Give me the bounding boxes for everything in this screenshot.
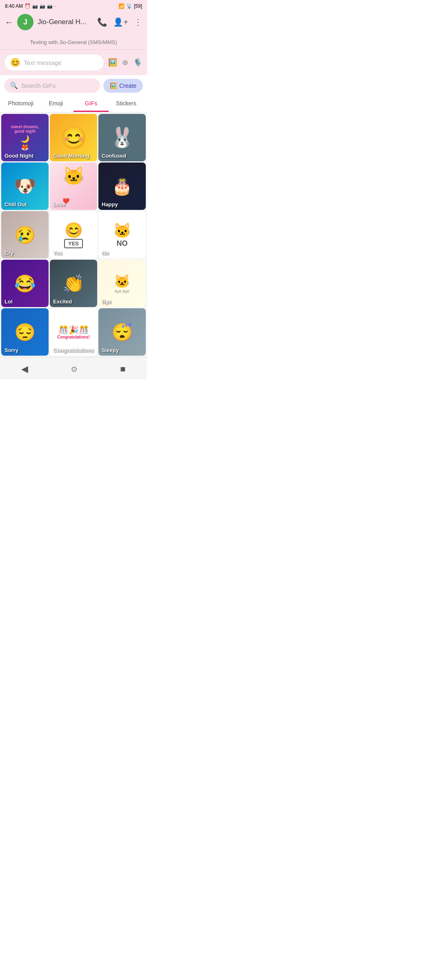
- gif-chill-out[interactable]: 🐶Chill Out: [1, 163, 49, 210]
- add-contact-icon[interactable]: 👤+: [113, 17, 128, 27]
- gif-label-chill-out: Chill Out: [4, 201, 27, 207]
- tab-photomoji[interactable]: Photomoji: [3, 96, 38, 112]
- nav-recent-button[interactable]: ■: [115, 362, 130, 376]
- time-label: 8:40 AM: [5, 3, 23, 9]
- gif-good-night[interactable]: sweet dreams,good night🌙🦊Good Night: [1, 114, 49, 161]
- nav-bar: ◀ ⊙ ■: [0, 357, 147, 379]
- gif-label-excited: Excited: [53, 298, 72, 305]
- message-input-wrap[interactable]: 😊 Text message: [4, 54, 104, 71]
- contact-name: Jio-General H...: [38, 18, 93, 26]
- create-icon: 🖼️: [110, 82, 117, 89]
- alarm-icon: ⏰: [24, 3, 31, 9]
- gif-good-morning[interactable]: 😊Good Morning: [50, 114, 97, 161]
- instagram-icon3: 📷: [47, 4, 53, 9]
- gif-label-sleepy: Sleepy: [102, 347, 119, 353]
- wifi-icon: 📡: [126, 3, 132, 9]
- app-bar-actions: 📞 👤+ ⋮: [97, 17, 142, 27]
- gif-cry[interactable]: 😢Cry: [1, 211, 49, 258]
- gif-confused[interactable]: 🐰Confused: [98, 114, 146, 161]
- gif-label-cry: Cry: [4, 250, 13, 256]
- app-bar: ← J Jio-General H... 📞 👤+ ⋮: [0, 11, 147, 35]
- gif-label-happy: Happy: [102, 201, 118, 207]
- gif-label-good-morning: Good Morning: [53, 153, 89, 159]
- gif-bye[interactable]: 🐱bye byeBye: [98, 260, 146, 307]
- tab-gifs[interactable]: GIFs: [74, 96, 109, 112]
- signal-icon: 📶: [118, 3, 125, 9]
- gif-sleepy[interactable]: 😴Sleepy: [98, 308, 146, 356]
- back-button[interactable]: ←: [5, 18, 13, 27]
- gif-label-love: Love: [53, 201, 65, 207]
- create-button[interactable]: 🖼️ Create: [103, 79, 143, 93]
- gif-lol[interactable]: 😂Lol: [1, 260, 49, 307]
- gif-label-yes: Yes: [53, 250, 62, 256]
- gif-label-no: No: [102, 250, 109, 256]
- tabs-row: PhotomojiEmojiGIFsStickers: [0, 96, 147, 113]
- message-placeholder: Text message: [24, 59, 98, 66]
- gif-excited[interactable]: 👏Excited: [50, 260, 97, 307]
- gif-congratulations[interactable]: 🎊🎉🎊Congratulations!Congratulations: [50, 308, 97, 356]
- dot: ·: [54, 3, 56, 9]
- gif-yes[interactable]: 😊YESYes: [50, 211, 97, 258]
- status-time: 8:40 AM ⏰ 📷 📷 📷 ·: [5, 3, 56, 9]
- gif-label-bye: Bye: [102, 298, 111, 305]
- texting-info: Texting with Jio-General (SMS/MMS): [0, 35, 147, 50]
- emoji-picker-icon[interactable]: 😊: [10, 58, 20, 67]
- status-indicators: 📶 📡 [59]: [118, 3, 142, 9]
- gif-label-sorry: Sorry: [4, 347, 18, 353]
- gif-label-good-night: Good Night: [4, 153, 33, 159]
- media-attach-button[interactable]: 🖼️: [107, 57, 118, 68]
- gif-grid: sweet dreams,good night🌙🦊Good Night😊Good…: [0, 113, 147, 357]
- status-bar: 8:40 AM ⏰ 📷 📷 📷 · 📶 📡 [59]: [0, 0, 147, 11]
- add-content-button[interactable]: ⊕: [121, 57, 129, 68]
- gif-search-bar[interactable]: 🔍 Search GIFs: [4, 78, 100, 93]
- gif-no[interactable]: 🐱NONo: [98, 211, 146, 258]
- call-icon[interactable]: 📞: [97, 17, 107, 27]
- instagram-icon: 📷: [32, 4, 38, 9]
- gif-sorry[interactable]: 😔Sorry: [1, 308, 49, 356]
- nav-back-button[interactable]: ◀: [16, 362, 33, 376]
- gif-happy[interactable]: 🎂Happy: [98, 163, 146, 210]
- battery-label: [59]: [134, 3, 142, 9]
- tab-stickers[interactable]: Stickers: [109, 96, 144, 112]
- gif-love[interactable]: 🐱❤️Love: [50, 163, 97, 210]
- gif-label-congratulations: Congratulations: [53, 347, 94, 353]
- avatar: J: [17, 14, 33, 30]
- voice-input-button[interactable]: 🎙️: [132, 57, 143, 68]
- search-create-row: 🔍 Search GIFs 🖼️ Create: [0, 75, 147, 96]
- nav-home-button[interactable]: ⊙: [66, 363, 82, 375]
- instagram-icon2: 📷: [40, 4, 45, 9]
- more-options-icon[interactable]: ⋮: [134, 17, 142, 27]
- tab-emoji[interactable]: Emoji: [38, 96, 74, 112]
- search-icon: 🔍: [10, 82, 18, 89]
- search-input[interactable]: Search GIFs: [21, 82, 56, 89]
- gif-label-confused: Confused: [102, 153, 126, 159]
- message-input-bar: 😊 Text message 🖼️ ⊕ 🎙️: [0, 50, 147, 75]
- gif-label-lol: Lol: [4, 298, 13, 305]
